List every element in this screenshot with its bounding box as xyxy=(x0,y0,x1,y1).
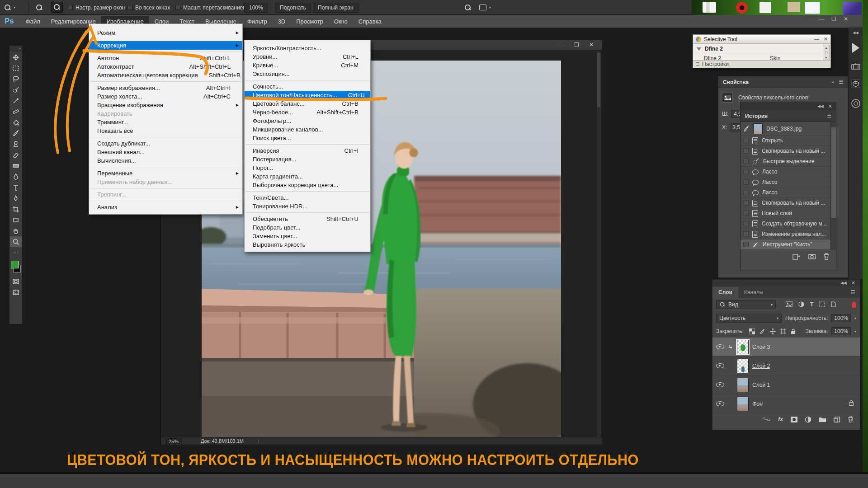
submenu-item-match-color[interactable]: Подобрать цвет... xyxy=(245,223,370,232)
layer-thumbnail[interactable] xyxy=(737,359,749,373)
filter-type-text-icon[interactable]: T xyxy=(810,301,813,308)
menu-item-adjustments[interactable]: Коррекция▶ xyxy=(89,41,242,50)
history-step[interactable]: Скопировать на новый ... xyxy=(741,198,836,208)
type-tool[interactable] xyxy=(10,182,22,193)
chevron-down-icon[interactable]: ▾ xyxy=(854,316,856,320)
3d-panel-icon[interactable] xyxy=(849,78,863,89)
lock-all-icon[interactable] xyxy=(791,328,796,334)
scrubby-zoom-checkbox[interactable]: Масшт. перетаскиванием xyxy=(175,0,247,15)
doc-close-icon[interactable]: ✕ xyxy=(589,42,594,48)
desktop-ps-icon[interactable] xyxy=(843,2,862,15)
properties-tab[interactable]: Свойства xyxy=(723,79,749,85)
history-step[interactable]: Лассо xyxy=(741,167,836,177)
lock-pixels-icon[interactable] xyxy=(760,328,765,334)
history-source-box[interactable] xyxy=(743,148,749,154)
screen-mode-button[interactable] xyxy=(10,287,22,298)
history-step[interactable]: Лассо xyxy=(741,177,836,188)
blur-tool[interactable] xyxy=(10,171,22,182)
menu-item-canvas-size[interactable]: Размер холста...Alt+Ctrl+C xyxy=(89,92,242,101)
lock-artboard-icon[interactable] xyxy=(780,328,786,334)
history-source-box[interactable] xyxy=(743,242,749,247)
close-icon[interactable]: ✕ xyxy=(844,16,848,22)
lasso-tool[interactable] xyxy=(10,74,22,84)
submenu-item-brightness-contrast[interactable]: Яркость/Контрастность... xyxy=(245,44,370,52)
filter-shape-icon[interactable] xyxy=(819,301,825,307)
menu-filter[interactable]: Фильтр xyxy=(242,16,273,27)
submenu-item-desaturate[interactable]: ОбесцветитьShift+Ctrl+U xyxy=(245,215,370,223)
panel-menu-icon[interactable]: ☰ xyxy=(846,287,860,298)
desktop-folder-icon[interactable] xyxy=(788,2,800,12)
fill-value[interactable]: 100% xyxy=(831,327,851,335)
new-adjustment-icon[interactable] xyxy=(805,417,811,422)
brush-tool[interactable] xyxy=(10,128,22,139)
visibility-eye-icon[interactable] xyxy=(716,382,724,387)
quick-mask-button[interactable] xyxy=(10,276,22,287)
sel-footer[interactable]: ☰Настройки xyxy=(693,60,830,68)
history-source-box[interactable] xyxy=(743,159,749,164)
visibility-eye-icon[interactable] xyxy=(716,344,724,349)
quick-select-tool[interactable] xyxy=(10,84,22,95)
menu-item-apply-image[interactable]: Внешний канал... xyxy=(89,148,242,156)
new-snapshot-icon[interactable] xyxy=(808,253,816,259)
doc-restore-icon[interactable]: ❒ xyxy=(574,42,579,48)
trash-icon[interactable] xyxy=(848,416,854,422)
submenu-item-levels[interactable]: Уровни...Ctrl+L xyxy=(245,52,370,61)
visibility-eye-icon[interactable] xyxy=(716,401,724,406)
dfine-group-header[interactable]: Dfine 2 xyxy=(693,44,830,54)
submenu-item-threshold[interactable]: Порог... xyxy=(245,164,370,172)
tab-channels[interactable]: Каналы xyxy=(738,287,769,298)
history-tab[interactable]: История xyxy=(745,113,768,119)
history-step[interactable]: Создать обтравочную м... xyxy=(741,219,836,229)
eyedropper-tool[interactable] xyxy=(10,95,22,106)
submenu-item-black-white[interactable]: Черно-белое...Alt+Shift+Ctrl+B xyxy=(245,108,370,117)
submenu-item-replace-color[interactable]: Заменить цвет... xyxy=(245,232,370,240)
doc-minimize-icon[interactable]: — xyxy=(559,42,564,48)
status-expand-icon[interactable]: 〉 xyxy=(257,438,262,445)
menu-item-image-rotation[interactable]: Вращение изображения▶ xyxy=(89,101,242,109)
link-layers-icon[interactable] xyxy=(762,417,770,422)
filter-toggle[interactable] xyxy=(852,302,856,308)
new-group-icon[interactable] xyxy=(819,417,826,422)
menu-item-duplicate[interactable]: Создать дубликат... xyxy=(89,139,242,148)
zoom-in-button[interactable]: + xyxy=(36,0,42,15)
layer-thumbnail[interactable] xyxy=(737,378,749,392)
add-mask-icon[interactable] xyxy=(791,417,797,422)
menu-item-mode[interactable]: Режим▶ xyxy=(89,28,242,37)
fit-screen-button[interactable]: Подогнать xyxy=(275,0,311,15)
history-step[interactable]: Открыть xyxy=(741,136,836,146)
creative-cloud-icon[interactable] xyxy=(849,98,863,109)
eraser-tool[interactable] xyxy=(10,150,22,160)
history-source-box[interactable] xyxy=(743,231,749,237)
filter-pixel-icon[interactable] xyxy=(786,301,793,307)
marquee-tool[interactable] xyxy=(10,63,22,74)
history-step[interactable]: Скопировать на новый ... xyxy=(741,146,836,156)
history-step[interactable]: Новый слой xyxy=(741,208,836,219)
zoom-tool-preset[interactable]: ▾ xyxy=(5,0,15,15)
menu-item-trim[interactable]: Тримминг... xyxy=(89,118,242,127)
vertical-scrollbar[interactable] xyxy=(597,51,601,438)
sel-close-icon[interactable]: ✕ xyxy=(824,36,828,42)
history-step[interactable]: Быстрое выделение xyxy=(741,156,836,167)
new-layer-icon[interactable] xyxy=(834,417,840,422)
history-snapshot[interactable]: DSC_3883.jpg xyxy=(741,122,836,136)
layer-row-background[interactable]: Фон xyxy=(712,394,860,413)
workspace-switcher[interactable]: ▾ xyxy=(479,0,491,15)
more-tools-icon[interactable]: ⋯ xyxy=(10,247,22,258)
expand-icon[interactable]: » xyxy=(831,79,834,85)
history-source-box[interactable] xyxy=(743,221,749,226)
submenu-item-invert[interactable]: ИнверсияCtrl+I xyxy=(245,146,370,155)
trash-icon[interactable] xyxy=(823,253,830,260)
menu-view[interactable]: Просмотр xyxy=(291,16,328,27)
filter-type-dropdown[interactable]: Вид▾ xyxy=(716,300,776,309)
minimize-icon[interactable]: — xyxy=(819,16,824,22)
history-source-box[interactable] xyxy=(743,138,749,143)
tab-layers[interactable]: Слои xyxy=(712,287,738,298)
visibility-eye-icon[interactable] xyxy=(716,363,724,368)
search-icon[interactable] xyxy=(465,0,471,15)
layers-collapse-icon[interactable]: ◀◀ xyxy=(840,281,847,285)
menu-window[interactable]: Окно xyxy=(329,16,353,27)
menu-item-analysis[interactable]: Анализ▶ xyxy=(89,203,242,211)
menu-item-image-size[interactable]: Размер изображения...Alt+Ctrl+I xyxy=(89,84,242,92)
panel-menu-icon[interactable]: ☰ xyxy=(827,113,831,119)
ruler-tool[interactable] xyxy=(10,106,22,117)
